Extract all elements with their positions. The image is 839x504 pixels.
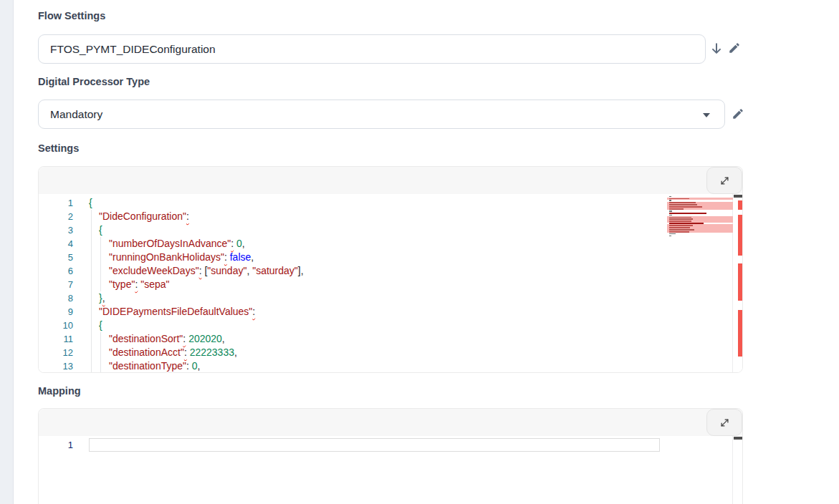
line-number: 2 bbox=[39, 210, 89, 223]
line-number: 13 bbox=[39, 359, 89, 372]
scrollbar-top-indicator bbox=[734, 437, 742, 440]
minimap-separator bbox=[732, 436, 733, 504]
code-line: 13"destinationType": 0, bbox=[39, 359, 304, 372]
expand-diagonal-icon bbox=[719, 175, 730, 186]
code-line: 6"excludeWeekDays": ["sunday", "saturday… bbox=[39, 264, 304, 278]
line-number: 4 bbox=[39, 237, 89, 251]
settings-code-area[interactable]: 1{2"DideConfiguration":3{4"numberOfDaysI… bbox=[39, 194, 742, 372]
mapping-label: Mapping bbox=[38, 385, 81, 397]
line-number: 3 bbox=[39, 223, 89, 237]
digital-processor-type-value: Mandatory bbox=[50, 108, 102, 121]
line-number: 8 bbox=[39, 291, 89, 305]
line-number: 6 bbox=[39, 264, 89, 278]
settings-code-editor[interactable]: 1{2"DideConfiguration":3{4"numberOfDaysI… bbox=[38, 166, 743, 373]
expand-editor-button[interactable] bbox=[706, 409, 742, 436]
code-line: 3{ bbox=[39, 223, 304, 237]
mapping-code-editor[interactable]: 1 bbox=[38, 408, 743, 504]
expand-diagonal-icon bbox=[719, 417, 730, 428]
error-mark bbox=[738, 200, 742, 210]
error-mark bbox=[738, 310, 742, 357]
line-number: 9 bbox=[39, 305, 89, 319]
current-line-highlight bbox=[89, 438, 660, 452]
code-line: 2"DideConfiguration": bbox=[39, 210, 304, 223]
expand-editor-button[interactable] bbox=[706, 167, 742, 194]
page-left-gutter bbox=[0, 0, 14, 504]
code-line: 1 bbox=[39, 438, 89, 452]
digital-processor-type-select[interactable]: Mandatory bbox=[38, 100, 725, 129]
edit-icon[interactable] bbox=[728, 42, 742, 56]
flow-settings-input[interactable] bbox=[38, 34, 706, 64]
line-number: 7 bbox=[39, 278, 89, 291]
code-line: 9"DIDEPaymentsFileDefaultValues": bbox=[39, 305, 304, 319]
code-line: 7"type": "sepa" bbox=[39, 278, 304, 291]
mapping-editor-toolbar bbox=[39, 409, 742, 436]
edit-icon[interactable] bbox=[732, 107, 746, 122]
minimap[interactable] bbox=[667, 195, 733, 237]
mapping-code-area[interactable]: 1 bbox=[39, 436, 742, 504]
line-number: 1 bbox=[39, 438, 89, 452]
settings-editor-toolbar bbox=[39, 167, 742, 194]
line-number: 11 bbox=[39, 332, 89, 346]
code-line: 5"runningOnBankHolidays": false, bbox=[39, 251, 304, 264]
overview-ruler bbox=[738, 194, 742, 372]
line-number: 5 bbox=[39, 251, 89, 264]
digital-processor-type-label: Digital Processor Type bbox=[38, 76, 150, 87]
minimap-line bbox=[667, 235, 733, 237]
line-number: 1 bbox=[39, 196, 89, 210]
code-line: 4"numberOfDaysInAdvance": 0, bbox=[39, 237, 304, 251]
code-line: 11"destinationSort": 202020, bbox=[39, 332, 304, 346]
code-line: 8}, bbox=[39, 291, 304, 305]
code-line: 1{ bbox=[39, 196, 304, 210]
code-line: 10{ bbox=[39, 319, 304, 332]
flow-settings-label: Flow Settings bbox=[38, 10, 105, 21]
error-mark bbox=[738, 263, 742, 301]
settings-label: Settings bbox=[38, 142, 79, 154]
line-number: 10 bbox=[39, 319, 89, 332]
error-mark bbox=[738, 215, 742, 256]
caret-down-icon bbox=[703, 113, 710, 117]
page: { "form": { "flow_settings": { "label": … bbox=[0, 0, 839, 504]
line-number: 12 bbox=[39, 346, 89, 359]
code-line: 12"destinationAcct": 22223333, bbox=[39, 346, 304, 359]
scrollbar-top-indicator bbox=[734, 195, 742, 198]
arrow-down-icon[interactable] bbox=[709, 42, 724, 56]
